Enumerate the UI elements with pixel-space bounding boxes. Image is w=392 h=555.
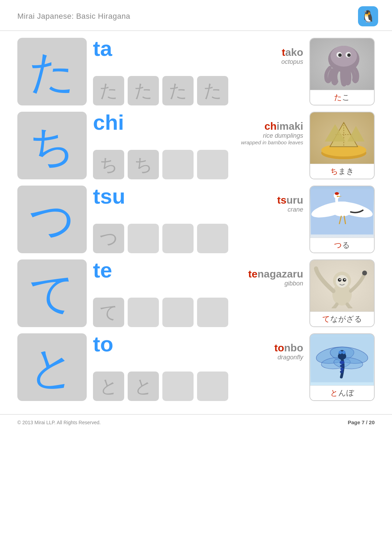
page-footer: © 2013 Mirai LLP. All Rights Reserved. P… [0,414,392,430]
practice-kana-ta-1: た [134,79,153,103]
practice-box-chi-2 [162,150,194,179]
page-title: Mirai Japanese: Basic Hiragana [17,12,130,21]
practice-box-to-1: と [128,372,159,401]
svg-point-39 [340,370,343,373]
svg-point-28 [344,279,346,280]
middle-chi: chichimakirice dumplingswrapped in bambo… [93,112,303,179]
practice-kana-tsu-0: つ [100,227,118,251]
svg-point-19 [335,192,339,195]
romaji-chi: chi [93,112,124,133]
vocab-word-te: tenagazaru [248,268,303,280]
vocab-meaning-ta: octopus [281,58,303,66]
image-card-ta: たこ [309,38,375,105]
practice-kana-ta-3: た [204,79,222,103]
image-label-tsu: つる [310,238,374,253]
svg-point-1 [331,46,357,67]
practice-box-to-0: と [93,372,124,401]
svg-point-41 [339,351,342,354]
image-card-tsu: つる [309,186,375,253]
practice-box-chi-0: ち [93,150,124,179]
vocab-word-to: tonbo [274,342,303,354]
row-to: とtotonbodragonflyとと とんぼ [17,333,375,401]
middle-to: totonbodragonflyとと [93,333,303,401]
romaji-to: to [93,333,113,355]
svg-point-42 [342,351,346,354]
big-kana-to: と [17,333,87,401]
vocab-meaning2-chi: wrapped in bamboo leaves [241,139,303,145]
practice-box-chi-3 [197,150,228,179]
image-label-te: てながざる [310,311,374,326]
big-kana-char-chi: ち [29,123,75,168]
svg-point-27 [339,279,341,280]
practice-kana-te-0: て [100,300,118,325]
practice-box-ta-1: た [128,76,159,105]
middle-tsu: tsutsurucraneつ [93,186,303,253]
row-ta: たtatakooctopusたたたた たこ [17,38,375,105]
vocab-meaning-tsu: crane [277,206,303,213]
svg-point-5 [347,53,351,57]
image-area-chi [310,112,374,164]
svg-point-38 [340,368,344,370]
image-card-chi: ちまき [309,112,375,179]
practice-box-ta-2: た [162,76,194,105]
practice-kana-ta-2: た [169,79,187,103]
practice-kana-ta-0: た [100,79,118,103]
practice-kana-chi-1: ち [134,153,153,177]
big-kana-char-tsu: つ [29,197,75,242]
vocab-word-ta: tako [281,46,303,58]
page-header: Mirai Japanese: Basic Hiragana 🐧 [0,0,392,31]
big-kana-char-te: て [29,271,75,316]
svg-point-17 [332,205,352,216]
practice-kana-chi-0: ち [100,153,118,177]
copyright-text: © 2013 Mirai LLP. All Rights Reserved. [17,420,101,425]
row-tsu: つtsutsurucraneつ つる [17,186,375,253]
practice-kana-to-0: と [100,374,118,399]
practice-box-ta-3: た [197,76,228,105]
middle-ta: tatakooctopusたたたた [93,38,303,105]
romaji-te: te [93,259,112,281]
image-area-te [310,260,374,311]
practice-box-tsu-0: つ [93,224,124,253]
practice-box-tsu-2 [162,224,194,253]
svg-point-4 [338,53,342,57]
practice-row-tsu: つ [93,224,303,253]
big-kana-char-to: と [29,345,75,390]
image-area-ta [310,39,374,90]
vocab-meaning-chi: rice dumplings [241,132,303,139]
practice-row-to: とと [93,372,303,401]
practice-box-te-3 [197,298,228,327]
practice-box-tsu-3 [197,224,228,253]
practice-box-chi-1: ち [128,150,159,179]
svg-point-24 [336,275,348,288]
image-label-to: とんぼ [310,385,374,400]
practice-box-te-1 [128,298,159,327]
app-logo: 🐧 [358,6,378,26]
svg-point-36 [340,361,344,364]
image-card-to: とんぼ [309,333,375,401]
image-area-tsu [310,186,374,238]
image-area-to [310,334,374,385]
vocab-meaning-to: dragonfly [274,354,303,361]
practice-kana-to-1: と [134,374,153,399]
image-label-ta: たこ [310,90,374,105]
image-card-te: てながざる [309,259,375,327]
svg-point-29 [362,271,367,275]
big-kana-char-ta: た [29,49,75,94]
image-label-chi: ちまき [310,164,374,179]
practice-box-to-2 [162,372,194,401]
vocab-meaning-te: gibbon [248,280,303,287]
row-te: てtetenagazarugibbonて てながざる [17,259,375,327]
romaji-tsu: tsu [93,186,125,207]
row-chi: ちchichimakirice dumplingswrapped in bamb… [17,112,375,179]
vocab-word-tsu: tsuru [277,194,303,206]
big-kana-ta: た [17,38,87,105]
practice-box-tsu-1 [128,224,159,253]
romaji-ta: ta [93,38,112,59]
practice-box-ta-0: た [93,76,124,105]
logo-icon: 🐧 [361,9,375,23]
big-kana-tsu: つ [17,186,87,253]
big-kana-chi: ち [17,112,87,179]
practice-row-ta: たたたた [93,76,303,105]
big-kana-te: て [17,259,87,327]
practice-row-te: て [93,298,303,327]
